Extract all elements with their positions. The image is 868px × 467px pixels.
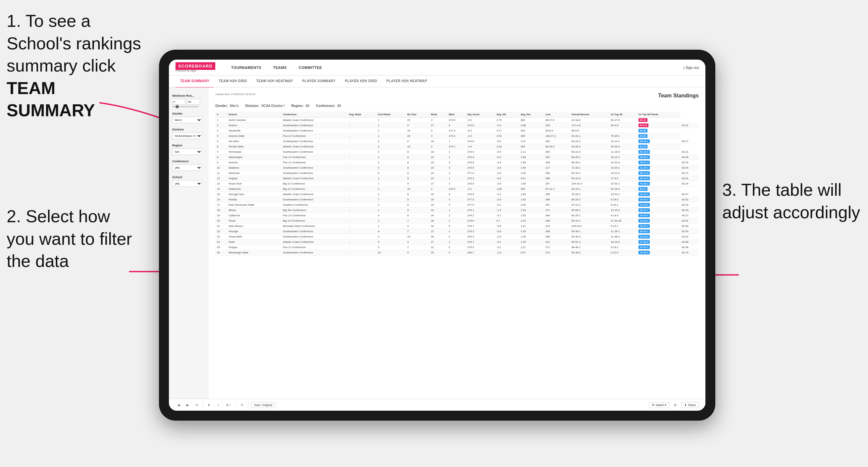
filter-min-to[interactable] — [187, 99, 200, 105]
share-icon-button[interactable]: ⬆ — [206, 402, 212, 408]
table-cell: 10 — [406, 234, 429, 240]
forward-button[interactable]: ▶ — [184, 402, 191, 408]
table-cell: 82.81 — [680, 176, 699, 181]
filter-division-select[interactable]: NCAA Division I ▾ — [172, 132, 202, 139]
table-row: 12VirginiaAtlantic Coast Conference-3824… — [215, 176, 699, 181]
clock-button[interactable]: ⏱ — [239, 402, 245, 408]
table-cell: 7 — [406, 218, 429, 224]
table-cell: 23 — [429, 155, 447, 160]
sign-out-button[interactable]: | Sign out — [684, 66, 699, 69]
share-button[interactable]: ⬆ Share — [681, 402, 699, 408]
table-row: 14OklahomaBig 12 Conference-2242276.5-5.… — [215, 186, 699, 192]
watch-button[interactable]: 👁 Watch ▾ — [649, 402, 669, 408]
instruction-3: 3. The table will adjust accordingly — [722, 179, 861, 224]
nav-committee[interactable]: COMMITTEE — [293, 60, 328, 75]
tablet-screen: SCOREBOARD Powered by clippi TOURNAMENTS… — [169, 60, 705, 411]
nav-teams[interactable]: TEAMS — [267, 60, 293, 75]
subnav-player-h2h-grid[interactable]: PLAYER H2H GRID — [340, 75, 382, 88]
table-cell: 18-23-0 — [609, 240, 637, 245]
table-cell: 82.34 — [680, 208, 699, 213]
col-avg-par: Avg. Par — [519, 112, 544, 118]
layout-button[interactable]: ⊞ — [672, 402, 679, 408]
table-cell: Southern Conference — [281, 203, 347, 208]
filter-school-select[interactable]: (All) — [172, 180, 202, 187]
col-avg-rank: Avg. Rank — [347, 112, 376, 118]
table-cell: - — [347, 149, 376, 155]
table-cell: 9 — [406, 224, 429, 229]
filter-conference: Conference (All) — [172, 160, 205, 171]
back-button[interactable]: ◀ — [176, 402, 182, 408]
table-cell: - — [347, 192, 376, 197]
table-cell: 5 — [447, 224, 466, 229]
table-cell: 82.34 — [680, 181, 699, 186]
table-cell: 79-25-1 — [609, 133, 637, 139]
table-cell: 13-24-1 — [609, 165, 637, 170]
refresh-button[interactable]: ↺ — [193, 402, 200, 408]
table-cell: 82.47 — [680, 192, 699, 197]
logo-scoreboard: SCOREBOARD — [176, 62, 215, 70]
table-cell: -3.8 — [495, 170, 519, 176]
table-cell: 7 — [215, 149, 227, 155]
table-cell: 1.85 — [519, 192, 544, 197]
table-cell: 4 — [447, 203, 466, 208]
table-cell: 8 — [406, 176, 429, 181]
table-cell: 279.7 — [447, 144, 466, 149]
table-cell: 2 — [447, 213, 466, 218]
table-row: 25OregonPac-12 Conference-97210279.5-3.1… — [215, 245, 699, 250]
table-cell: 11-38-2 — [609, 234, 637, 240]
table-cell: 3 — [376, 139, 406, 144]
table-cell: 265 — [544, 149, 570, 155]
table-cell: 9-19-1 — [609, 245, 637, 250]
table-cell: 279.5 — [466, 245, 495, 250]
filter-min-from[interactable] — [172, 99, 185, 105]
subnav-player-h2h-heatmap[interactable]: PLAYER H2H HEATMAP — [382, 75, 432, 88]
table-cell: -5.1 — [495, 203, 519, 208]
table-cell: 1.28 — [519, 208, 544, 213]
update-time: Update time: 27/03/2024 16:56:26 — [215, 93, 255, 96]
bookmark-button[interactable]: ☆ — [215, 402, 222, 408]
filter-region-select[interactable]: N/A — [172, 148, 202, 155]
table-cell: 2 — [215, 123, 227, 128]
table-cell: 0.7 — [495, 218, 519, 224]
table-cell: Ole Miss — [227, 139, 281, 144]
table-cell: Vanderbilt — [227, 128, 281, 133]
content-title: Team Standings — [658, 93, 699, 99]
table-cell: 8 — [406, 160, 429, 165]
subnav-team-h2h-heatmap[interactable]: TEAM H2H HEATMAP — [252, 75, 298, 88]
table-cell: 2 — [447, 170, 466, 176]
table-cell: -4.0 — [466, 133, 495, 139]
subnav-player-summary[interactable]: PLAYER SUMMARY — [298, 75, 340, 88]
table-row: 7TennesseeSoutheastern Conference-481822… — [215, 149, 699, 155]
table-cell: 82.04 — [680, 165, 699, 170]
table-cell: -3.1 — [495, 245, 519, 250]
table-cell: 100-27-1 — [544, 133, 570, 139]
table-cell: Big 12 Conference — [281, 218, 347, 224]
table-cell: -4.0 — [495, 123, 519, 128]
table-cell: Arkansas — [227, 170, 281, 176]
table-cell: Oregon — [227, 245, 281, 250]
table-cell: 24 — [429, 192, 447, 197]
table-cell: 276.9 — [466, 155, 495, 160]
table-cell: Atlantic Coast Conference — [281, 118, 347, 123]
table-cell: Illinois — [227, 208, 281, 213]
table-cell: 12-14-1 — [609, 139, 637, 144]
col-rank: # — [215, 112, 227, 118]
subnav-team-h2h-grid[interactable]: TEAM H2H GRID — [214, 75, 251, 88]
nav-tournaments[interactable]: TOURNAMENTS — [225, 60, 267, 75]
table-cell: 271.3 — [447, 128, 466, 133]
more-button[interactable]: ⊕ • — [224, 402, 233, 408]
filter-conference-select[interactable]: (All) — [172, 164, 202, 171]
table-cell: 1.39 — [519, 240, 544, 245]
table-cell: 5 — [215, 139, 227, 144]
table-cell: 1 — [447, 240, 466, 245]
table-cell: 23 — [429, 208, 447, 213]
table-cell: Southeastern Conference — [281, 139, 347, 144]
subnav-team-summary[interactable]: TEAM SUMMARY — [176, 75, 214, 88]
filter-gender-select[interactable]: Men's — [172, 117, 202, 123]
table-cell: 18 — [429, 218, 447, 224]
table-cell: 1 — [447, 155, 466, 160]
view-original-button[interactable]: View: Original — [251, 402, 275, 408]
sub-nav: TEAM SUMMARY TEAM H2H GRID TEAM H2H HEAT… — [169, 75, 705, 88]
table-cell: 4 — [376, 213, 406, 218]
toolbar-sep-1 — [203, 402, 203, 408]
